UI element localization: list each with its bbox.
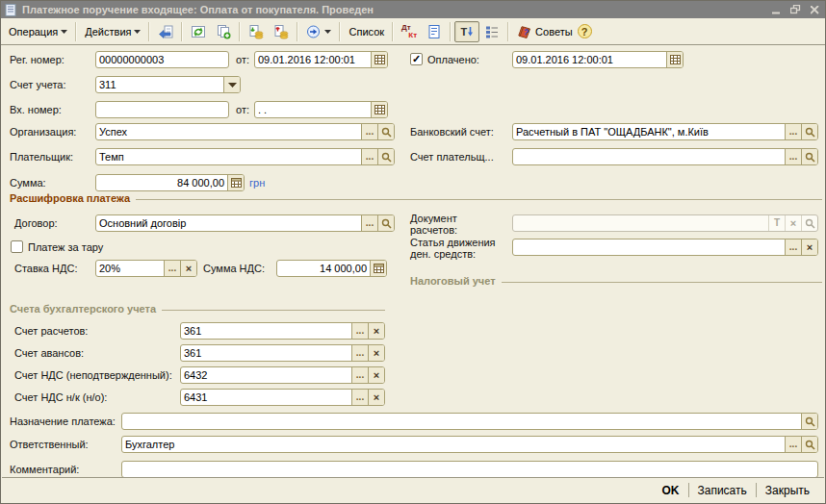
tare-payment-checkbox[interactable]	[11, 240, 23, 253]
clear-icon[interactable]: ×	[368, 367, 384, 383]
clear-icon[interactable]: ×	[368, 345, 384, 361]
vat-rate-value[interactable]: 20%	[96, 261, 164, 276]
advance-account-value[interactable]: 361	[181, 345, 351, 361]
contract-value[interactable]: Основний договір	[96, 215, 361, 231]
incoming-number-field[interactable]	[95, 101, 229, 118]
magnifier-icon[interactable]	[801, 124, 817, 139]
ellipsis-icon[interactable]: ...	[785, 149, 801, 164]
calendar-icon[interactable]	[666, 52, 683, 67]
vat-unconfirmed-account-value[interactable]: 6432	[181, 367, 351, 383]
responsible-value[interactable]: Бухгалтер	[122, 437, 785, 452]
copy-document-button[interactable]	[211, 21, 236, 42]
ellipsis-icon[interactable]: ...	[785, 124, 801, 139]
goto-button[interactable]	[301, 21, 336, 42]
clear-icon[interactable]: ×	[368, 323, 384, 339]
settings-structure-button[interactable]	[479, 21, 504, 42]
clear-icon[interactable]: ×	[180, 261, 196, 276]
payment-purpose-value[interactable]	[122, 414, 801, 429]
paid-date-value[interactable]: 09.01.2016 12:00:01	[513, 52, 666, 67]
clear-icon[interactable]: ×	[801, 239, 817, 255]
close-form-button[interactable]: Закрыть	[757, 482, 818, 499]
reg-number-field[interactable]: 00000000003	[95, 51, 229, 68]
operation-menu-button[interactable]: Операция	[4, 21, 72, 42]
magnifier-icon[interactable]	[801, 414, 817, 429]
magnifier-icon[interactable]	[377, 149, 394, 164]
incoming-date-field[interactable]: . .	[254, 101, 388, 118]
advance-account-field[interactable]: 361 ... ×	[180, 344, 385, 362]
vat-amount-field[interactable]: 14 000,00	[276, 260, 387, 277]
ok-button[interactable]: OK	[654, 482, 688, 499]
contract-field[interactable]: Основний договір ...	[95, 214, 395, 232]
refresh-button[interactable]	[186, 21, 211, 42]
toolbar-separator	[507, 22, 509, 41]
paid-checkbox[interactable]: ✓	[410, 53, 423, 65]
calendar-icon[interactable]	[371, 52, 387, 67]
ellipsis-icon[interactable]: ...	[351, 345, 368, 361]
ellipsis-icon[interactable]: ...	[351, 367, 368, 383]
payer-account-field[interactable]: ...	[512, 148, 818, 165]
document-structure-button[interactable]	[422, 21, 447, 42]
comment-field[interactable]	[121, 461, 818, 478]
responsible-field[interactable]: Бухгалтер ...	[121, 436, 818, 453]
magnifier-icon[interactable]	[801, 437, 817, 452]
ellipsis-icon[interactable]: ...	[785, 437, 801, 452]
magnifier-icon[interactable]	[801, 149, 817, 164]
ellipsis-icon[interactable]: ...	[361, 149, 377, 164]
organization-value[interactable]: Успех	[96, 124, 361, 139]
calendar-icon[interactable]	[371, 102, 387, 117]
structure-icon	[484, 24, 500, 39]
incoming-number-value[interactable]	[96, 102, 228, 117]
payer-account-value[interactable]	[513, 149, 785, 164]
bank-account-field[interactable]: Расчетный в ПАТ "ОЩАДБАНК", м.Київ ...	[512, 123, 818, 140]
show-postings-button[interactable]: ДтКт	[397, 21, 422, 42]
cash-flow-item-field[interactable]: ... ×	[512, 239, 818, 256]
clear-icon[interactable]: ×	[368, 390, 384, 405]
amount-value[interactable]: 84 000,00	[96, 175, 227, 190]
amount-field[interactable]: 84 000,00	[95, 174, 245, 191]
ellipsis-icon[interactable]: ...	[351, 390, 368, 405]
help-button[interactable]: ?	[578, 24, 592, 38]
close-button[interactable]	[808, 4, 821, 16]
save-button[interactable]: Записать	[689, 482, 756, 499]
bank-account-value[interactable]: Расчетный в ПАТ "ОЩАДБАНК", м.Київ	[513, 124, 785, 139]
payer-value[interactable]: Темп	[96, 149, 361, 164]
reg-date-value[interactable]: 09.01.2016 12:00:01	[255, 52, 371, 67]
payment-purpose-field[interactable]	[121, 413, 818, 430]
settlement-account-field[interactable]: 361 ... ×	[180, 322, 385, 340]
organization-field[interactable]: Успех ...	[95, 123, 395, 140]
incoming-date-value[interactable]: . .	[255, 102, 371, 117]
ellipsis-icon[interactable]: ...	[361, 215, 377, 231]
cash-flow-item-value[interactable]	[513, 239, 785, 255]
paid-date-field[interactable]: 09.01.2016 12:00:01	[512, 51, 684, 68]
actions-menu-button[interactable]: Действия	[80, 21, 145, 42]
vat-nk-account-field[interactable]: 6431 ... ×	[180, 389, 385, 406]
sort-settings-button[interactable]: Т	[454, 21, 479, 42]
calculator-icon[interactable]	[227, 175, 244, 190]
minimize-button[interactable]	[769, 4, 783, 16]
ellipsis-icon[interactable]: ...	[785, 239, 801, 255]
vat-amount-value[interactable]: 14 000,00	[277, 261, 370, 276]
ellipsis-icon[interactable]: ...	[351, 323, 368, 339]
ellipsis-icon[interactable]: ...	[164, 261, 180, 276]
settlement-account-value[interactable]: 361	[181, 323, 351, 339]
account-value[interactable]: 311	[96, 77, 223, 92]
comment-value[interactable]	[122, 462, 817, 477]
dropdown-arrow-icon[interactable]	[223, 77, 240, 92]
ellipsis-icon[interactable]: ...	[361, 124, 377, 139]
vat-nk-account-value[interactable]: 6431	[181, 390, 351, 405]
vat-unconfirmed-account-field[interactable]: 6432 ... ×	[180, 366, 385, 384]
magnifier-icon[interactable]	[377, 124, 394, 139]
post-and-close-button[interactable]	[153, 21, 178, 42]
account-select[interactable]: 311	[95, 76, 241, 93]
magnifier-icon[interactable]	[377, 215, 394, 231]
restore-button[interactable]	[788, 4, 802, 16]
list-button[interactable]: Список	[344, 21, 389, 42]
unpost-document-button[interactable]	[269, 21, 294, 42]
post-document-button[interactable]	[244, 21, 269, 42]
payer-field[interactable]: Темп ...	[95, 148, 395, 165]
reg-date-field[interactable]: 09.01.2016 12:00:01	[254, 51, 388, 68]
tips-button[interactable]: ? Советы	[512, 21, 577, 42]
vat-rate-field[interactable]: 20% ... ×	[95, 260, 197, 277]
calculator-icon[interactable]	[370, 261, 386, 276]
reg-number-value[interactable]: 00000000003	[96, 52, 228, 67]
